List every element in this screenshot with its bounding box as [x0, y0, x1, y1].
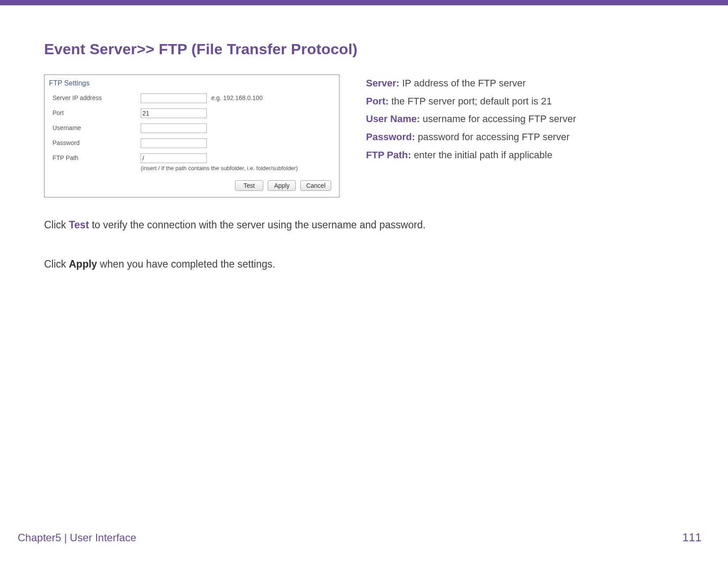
desc-ftppath-text: enter the initial path if applicable [411, 149, 552, 160]
desc-port-text: the FTP server port; default port is 21 [388, 96, 552, 107]
instr-apply-word: Apply [69, 258, 97, 270]
label-server-ip: Server IP address [52, 93, 141, 101]
password-input[interactable] [141, 138, 207, 148]
field-descriptions: Server: IP address of the FTP server Por… [366, 74, 576, 164]
instr-test-pre: Click [44, 219, 69, 231]
ftp-panel-title: FTP Settings [45, 75, 339, 90]
desc-server-text: IP address of the FTP server [399, 78, 526, 89]
label-ftp-path: FTP Path [52, 153, 141, 161]
footer-page-number: 111 [683, 531, 702, 544]
page-footer: Chapter5 | User Interface 111 [0, 531, 728, 544]
label-password: Password [52, 138, 141, 146]
instruction-apply: Click Apply when you have completed the … [44, 256, 684, 272]
row-port: Port [52, 106, 331, 121]
desc-username-label: User Name: [366, 113, 420, 124]
row-ftp-path: FTP Path (insert / if the path contains … [52, 151, 331, 174]
label-username: Username [52, 123, 141, 131]
instr-apply-post: when you have completed the settings. [97, 258, 275, 270]
username-input[interactable] [141, 123, 207, 133]
test-button[interactable]: Test [235, 180, 263, 191]
footer-chapter: Chapter5 | User Interface [18, 532, 136, 544]
desc-server: Server: IP address of the FTP server [366, 74, 576, 93]
desc-port-label: Port: [366, 96, 388, 107]
desc-username-text: username for accessing FTP server [420, 113, 576, 124]
ftp-panel-body: Server IP address e.g. 192.168.0.100 Por… [45, 90, 339, 197]
instruction-test: Click Test to verify the connection with… [44, 217, 684, 233]
ftp-path-hint: (insert / if the path contains the subfo… [141, 165, 331, 171]
cancel-button[interactable]: Cancel [300, 180, 331, 191]
desc-username: User Name: username for accessing FTP se… [366, 110, 576, 128]
instr-apply-pre: Click [44, 258, 69, 270]
button-row: Test Apply Cancel [52, 174, 331, 191]
port-input[interactable] [141, 108, 207, 118]
label-port: Port [52, 108, 141, 116]
two-column-layout: FTP Settings Server IP address e.g. 192.… [44, 74, 684, 197]
top-accent-bar [0, 0, 728, 5]
page-content: Event Server>> FTP (File Transfer Protoc… [0, 5, 728, 272]
server-ip-input[interactable] [141, 93, 207, 103]
desc-ftppath: FTP Path: enter the initial path if appl… [366, 146, 576, 164]
server-ip-hint: e.g. 192.168.0.100 [211, 94, 263, 101]
instr-test-post: to verify the connection with the server… [89, 219, 426, 231]
row-password: Password [52, 136, 331, 151]
desc-port: Port: the FTP server port; default port … [366, 93, 576, 111]
ftp-settings-panel: FTP Settings Server IP address e.g. 192.… [44, 74, 340, 197]
instr-test-word: Test [69, 219, 89, 231]
desc-password-text: password for accessing FTP server [415, 131, 570, 142]
desc-password: Password: password for accessing FTP ser… [366, 128, 576, 146]
ftp-path-input[interactable] [141, 153, 207, 163]
row-username: Username [52, 121, 331, 136]
desc-ftppath-label: FTP Path: [366, 149, 411, 160]
desc-server-label: Server: [366, 78, 399, 89]
row-server-ip: Server IP address e.g. 192.168.0.100 [52, 91, 331, 106]
desc-password-label: Password: [366, 131, 415, 142]
page-title: Event Server>> FTP (File Transfer Protoc… [44, 41, 684, 58]
apply-button[interactable]: Apply [268, 180, 296, 191]
